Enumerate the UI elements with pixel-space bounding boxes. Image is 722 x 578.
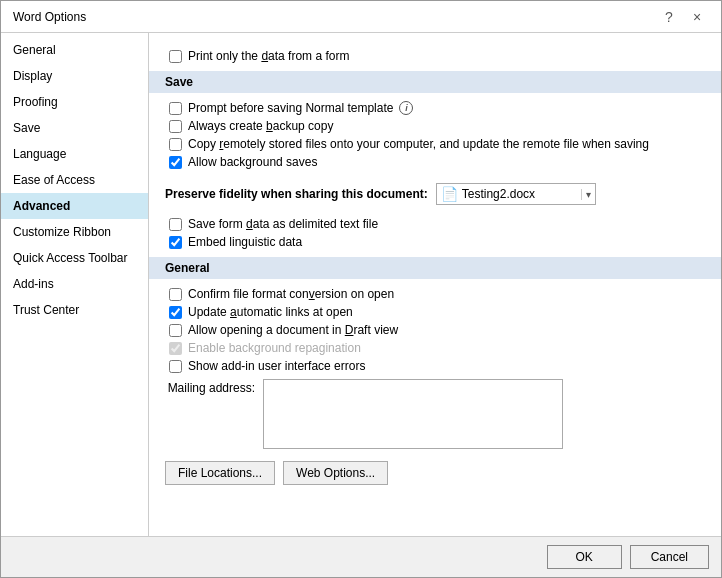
update-auto-links-row: Update automatic links at open bbox=[165, 305, 705, 319]
title-bar: Word Options ? × bbox=[1, 1, 721, 33]
file-select-text: Testing2.docx bbox=[462, 187, 577, 201]
allow-draft-view-checkbox[interactable] bbox=[169, 324, 182, 337]
title-bar-right: ? × bbox=[657, 7, 709, 27]
update-auto-links-label: Update automatic links at open bbox=[188, 305, 353, 319]
always-backup-checkbox[interactable] bbox=[169, 120, 182, 133]
always-backup-row: Always create backup copy bbox=[165, 119, 705, 133]
enable-bg-repagination-label: Enable background repagination bbox=[188, 341, 361, 355]
allow-draft-view-label: Allow opening a document in Draft view bbox=[188, 323, 398, 337]
always-backup-label: Always create backup copy bbox=[188, 119, 333, 133]
sidebar-item-general[interactable]: General bbox=[1, 37, 148, 63]
sidebar-item-save[interactable]: Save bbox=[1, 115, 148, 141]
show-addin-errors-label: Show add-in user interface errors bbox=[188, 359, 365, 373]
sidebar-item-customize-ribbon[interactable]: Customize Ribbon bbox=[1, 219, 148, 245]
cancel-button[interactable]: Cancel bbox=[630, 545, 709, 569]
confirm-file-format-checkbox[interactable] bbox=[169, 288, 182, 301]
title-bar-left: Word Options bbox=[13, 10, 86, 24]
show-addin-errors-row: Show add-in user interface errors bbox=[165, 359, 705, 373]
sidebar-item-quick-access-toolbar[interactable]: Quick Access Toolbar bbox=[1, 245, 148, 271]
embed-linguistic-label: Embed linguistic data bbox=[188, 235, 302, 249]
sidebar-item-ease-of-access[interactable]: Ease of Access bbox=[1, 167, 148, 193]
print-form-data-checkbox[interactable] bbox=[169, 50, 182, 63]
allow-background-saves-row: Allow background saves bbox=[165, 155, 705, 169]
allow-draft-view-row: Allow opening a document in Draft view bbox=[165, 323, 705, 337]
save-form-data-checkbox[interactable] bbox=[169, 218, 182, 231]
save-form-data-row: Save form data as delimited text file bbox=[165, 217, 705, 231]
sidebar-item-advanced[interactable]: Advanced bbox=[1, 193, 148, 219]
sidebar-item-language[interactable]: Language bbox=[1, 141, 148, 167]
file-locations-button[interactable]: File Locations... bbox=[165, 461, 275, 485]
sidebar: General Display Proofing Save Language E… bbox=[1, 33, 149, 536]
prompt-before-saving-checkbox[interactable] bbox=[169, 102, 182, 115]
copy-remotely-label: Copy remotely stored files onto your com… bbox=[188, 137, 649, 151]
file-select-icon: 📄 bbox=[441, 186, 458, 202]
prompt-before-saving-row: Prompt before saving Normal template i bbox=[165, 101, 705, 115]
copy-remotely-row: Copy remotely stored files onto your com… bbox=[165, 137, 705, 151]
general-section-header: General bbox=[149, 257, 721, 279]
copy-remotely-checkbox[interactable] bbox=[169, 138, 182, 151]
bottom-buttons-row: File Locations... Web Options... bbox=[165, 461, 705, 485]
dialog-content: General Display Proofing Save Language E… bbox=[1, 33, 721, 536]
save-form-data-label: Save form data as delimited text file bbox=[188, 217, 378, 231]
file-select-arrow-icon: ▾ bbox=[581, 189, 591, 200]
embed-linguistic-checkbox[interactable] bbox=[169, 236, 182, 249]
sidebar-item-proofing[interactable]: Proofing bbox=[1, 89, 148, 115]
print-row: Print only the data from a form bbox=[165, 49, 705, 63]
mailing-address-label: Mailing address: bbox=[165, 379, 255, 395]
main-area: Print only the data from a form Save Pro… bbox=[149, 33, 721, 536]
sidebar-item-trust-center[interactable]: Trust Center bbox=[1, 297, 148, 323]
sidebar-item-add-ins[interactable]: Add-ins bbox=[1, 271, 148, 297]
help-button[interactable]: ? bbox=[657, 7, 681, 27]
save-section-header: Save bbox=[149, 71, 721, 93]
show-addin-errors-checkbox[interactable] bbox=[169, 360, 182, 373]
confirm-file-format-row: Confirm file format conversion on open bbox=[165, 287, 705, 301]
sidebar-item-display[interactable]: Display bbox=[1, 63, 148, 89]
prompt-before-saving-label: Prompt before saving Normal template bbox=[188, 101, 393, 115]
embed-linguistic-row: Embed linguistic data bbox=[165, 235, 705, 249]
mailing-address-input[interactable] bbox=[263, 379, 563, 449]
confirm-file-format-label: Confirm file format conversion on open bbox=[188, 287, 394, 301]
print-form-data-label: Print only the data from a form bbox=[188, 49, 349, 63]
dialog-title: Word Options bbox=[13, 10, 86, 24]
allow-background-saves-checkbox[interactable] bbox=[169, 156, 182, 169]
preserve-fidelity-row: Preserve fidelity when sharing this docu… bbox=[165, 179, 705, 209]
mailing-address-row: Mailing address: bbox=[165, 379, 705, 449]
preserve-fidelity-label: Preserve fidelity when sharing this docu… bbox=[165, 187, 428, 201]
allow-background-saves-label: Allow background saves bbox=[188, 155, 317, 169]
main-scroll[interactable]: Print only the data from a form Save Pro… bbox=[149, 33, 721, 536]
dialog-footer: OK Cancel bbox=[1, 536, 721, 577]
file-select-dropdown[interactable]: 📄 Testing2.docx ▾ bbox=[436, 183, 596, 205]
update-auto-links-checkbox[interactable] bbox=[169, 306, 182, 319]
info-icon: i bbox=[399, 101, 413, 115]
word-options-dialog: Word Options ? × General Display Proofin… bbox=[0, 0, 722, 578]
web-options-button[interactable]: Web Options... bbox=[283, 461, 388, 485]
enable-bg-repagination-checkbox bbox=[169, 342, 182, 355]
close-button[interactable]: × bbox=[685, 7, 709, 27]
enable-bg-repagination-row: Enable background repagination bbox=[165, 341, 705, 355]
ok-button[interactable]: OK bbox=[547, 545, 622, 569]
